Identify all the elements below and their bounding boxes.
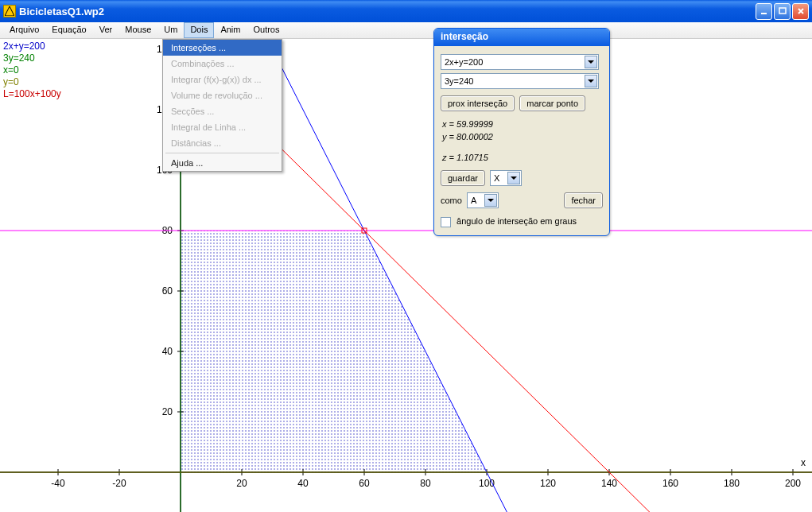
svg-text:60: 60: [162, 285, 173, 297]
window-title: BicicletasQ1.wp2: [19, 6, 104, 17]
svg-text:-20: -20: [112, 478, 126, 489]
chevron-down-icon[interactable]: [585, 56, 597, 68]
combo-eq1[interactable]: 2x+y=200: [441, 54, 599, 70]
menu-um[interactable]: Um: [157, 22, 184, 38]
marcar-ponto-button[interactable]: marcar ponto: [519, 95, 585, 111]
prox-intersecao-button[interactable]: prox interseção: [441, 95, 515, 111]
svg-rect-1: [779, 8, 786, 14]
menu-outros[interactable]: Outros: [247, 22, 286, 38]
x-result: x = 59.99999: [442, 118, 601, 130]
angulo-label: ângulo de interseção em graus: [457, 216, 577, 226]
plot-svg: -40-2020406080100120140160180200-2020406…: [0, 39, 812, 512]
eq-3[interactable]: x=0: [3, 64, 61, 76]
eq-2[interactable]: 3y=240: [3, 52, 61, 64]
result-values: x = 59.99999 y = 80.00002 z = 1.10715: [442, 118, 601, 164]
menubar: Arquivo Equação Ver Mouse Um Dois Anim O…: [0, 22, 812, 39]
svg-marker-3: [181, 231, 487, 472]
svg-text:180: 180: [724, 478, 740, 489]
svg-text:120: 120: [540, 478, 556, 489]
como-value: A: [471, 196, 476, 205]
svg-text:80: 80: [420, 478, 431, 489]
plot-canvas[interactable]: -40-2020406080100120140160180200-2020406…: [0, 39, 812, 512]
dd-intersecoes[interactable]: Interseções ...: [163, 40, 282, 56]
combo-eq2[interactable]: 3y=240: [441, 73, 599, 89]
fechar-button[interactable]: fechar: [564, 192, 603, 208]
svg-rect-0: [761, 13, 767, 14]
menu-ver[interactable]: Ver: [93, 22, 119, 38]
dropdown-dois: Interseções ... Combinações ... Integrar…: [162, 39, 282, 172]
dropdown-separator: [165, 153, 279, 153]
eq-1[interactable]: 2x+y=200: [3, 41, 61, 52]
svg-text:40: 40: [297, 478, 309, 489]
dd-seccoes[interactable]: Secções ...: [163, 103, 282, 119]
como-combo[interactable]: A: [467, 192, 499, 208]
svg-text:60: 60: [359, 478, 370, 489]
y-result: y = 80.00002: [442, 130, 601, 143]
dd-distancias[interactable]: Distâncias ...: [163, 135, 282, 151]
dd-integrar[interactable]: Integrar (f(x)-g(x)) dx ...: [163, 72, 282, 87]
intersection-dialog[interactable]: interseção 2x+y=200 3y=240 prox interseç…: [433, 28, 610, 236]
equation-list: 2x+y=200 3y=240 x=0 y=0 L=100x+100y: [3, 41, 61, 100]
menu-anim[interactable]: Anim: [214, 22, 247, 38]
combo-eq1-value: 2x+y=200: [445, 57, 483, 67]
chevron-down-icon[interactable]: [484, 194, 497, 207]
combo-eq2-value: 3y=240: [445, 76, 473, 86]
svg-text:200: 200: [785, 478, 801, 489]
dd-ajuda[interactable]: Ajuda ...: [163, 155, 282, 171]
svg-text:x: x: [801, 457, 806, 468]
maximize-button[interactable]: [774, 3, 791, 20]
eq-5[interactable]: L=100x+100y: [3, 88, 61, 100]
minimize-button[interactable]: [756, 3, 772, 20]
dd-combinacoes[interactable]: Combinações ...: [163, 56, 282, 72]
close-button[interactable]: [792, 3, 809, 20]
svg-text:-40: -40: [51, 478, 65, 489]
dialog-title[interactable]: interseção: [434, 29, 609, 46]
svg-text:140: 140: [601, 478, 617, 489]
como-label: como: [441, 196, 462, 205]
dd-volume[interactable]: Volume de revolução ...: [163, 87, 282, 103]
chevron-down-icon[interactable]: [585, 75, 597, 87]
guardar-button[interactable]: guardar: [441, 170, 485, 186]
guardar-combo[interactable]: X: [490, 170, 522, 186]
menu-equacao[interactable]: Equação: [45, 22, 92, 38]
z-result: z = 1.10715: [442, 151, 601, 164]
menu-dois[interactable]: Dois: [184, 22, 214, 38]
svg-text:20: 20: [236, 478, 247, 489]
chevron-down-icon[interactable]: [507, 172, 520, 184]
menu-mouse[interactable]: Mouse: [118, 22, 157, 38]
titlebar: BicicletasQ1.wp2: [0, 0, 812, 22]
dd-integral-linha[interactable]: Integral de Linha ...: [163, 119, 282, 135]
svg-text:20: 20: [162, 406, 173, 417]
app-icon: [3, 5, 16, 17]
eq-4[interactable]: y=0: [3, 76, 61, 88]
svg-text:160: 160: [662, 478, 678, 489]
angulo-checkbox[interactable]: [441, 217, 451, 227]
svg-text:40: 40: [162, 346, 173, 357]
guardar-value: X: [494, 173, 499, 183]
menu-arquivo[interactable]: Arquivo: [3, 22, 45, 38]
